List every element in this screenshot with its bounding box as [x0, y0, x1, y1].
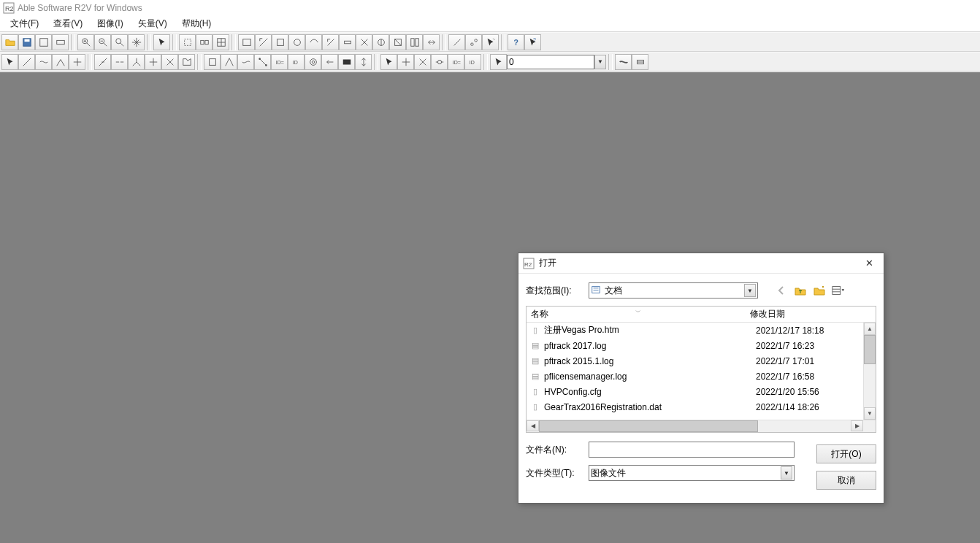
select-arrow-icon[interactable] [153, 34, 170, 50]
tool-icon[interactable] [338, 54, 355, 70]
tool-icon[interactable] [111, 54, 128, 70]
tool-icon[interactable] [161, 54, 178, 70]
tool-icon[interactable] [339, 34, 356, 50]
chevron-down-icon[interactable]: ▼ [744, 284, 756, 297]
lookin-combo[interactable]: 文档 ▼ [589, 282, 758, 299]
tool-icon[interactable] [272, 34, 288, 50]
svg-rect-58 [594, 288, 599, 288]
tool-icon[interactable] [389, 34, 406, 50]
menu-help[interactable]: 帮助(H) [175, 16, 219, 31]
menubar: 文件(F) 查看(V) 图像(I) 矢量(V) 帮助(H) [0, 16, 980, 32]
horizontal-scrollbar[interactable]: ◀ ▶ [527, 420, 876, 432]
tool-icon[interactable] [615, 54, 632, 70]
back-icon[interactable] [774, 283, 789, 298]
tool-icon[interactable] [213, 34, 229, 50]
tool-icon[interactable] [204, 54, 221, 70]
filetype-label: 文件类型(T): [526, 467, 589, 480]
pan-icon[interactable] [128, 34, 145, 50]
tool-icon[interactable] [305, 34, 322, 50]
tool-icon[interactable] [423, 34, 440, 50]
up-folder-icon[interactable] [793, 283, 808, 298]
tool-icon[interactable] [94, 54, 111, 70]
scroll-thumb[interactable] [864, 335, 876, 364]
menu-file[interactable]: 文件(F) [3, 16, 46, 31]
help-icon[interactable]: ? [508, 34, 524, 50]
open-button[interactable]: 打开(O) [816, 444, 876, 463]
column-date[interactable]: 修改日期 [746, 308, 876, 320]
tool-icon[interactable] [406, 34, 423, 50]
list-item[interactable]: ▯ GearTrax2016Registration.dat 2022/1/14… [527, 399, 876, 415]
tool-icon[interactable] [372, 34, 389, 50]
tool-icon[interactable] [196, 34, 213, 50]
tool-icon[interactable] [414, 54, 431, 70]
tool-icon[interactable] [465, 34, 482, 50]
tool-icon[interactable] [69, 54, 85, 70]
filename-input[interactable] [589, 442, 795, 458]
tool-icon[interactable] [178, 54, 195, 70]
list-item[interactable]: ▤ pftrack 2015.1.log 2022/1/7 17:01 [527, 353, 876, 369]
help-arrow-icon[interactable]: ? [524, 34, 541, 50]
zoom-out-icon[interactable] [94, 34, 111, 50]
scroll-left-icon[interactable]: ◀ [527, 420, 539, 431]
close-icon[interactable]: ✕ [859, 256, 879, 271]
tool-icon[interactable] [35, 34, 52, 50]
tool-icon[interactable] [238, 34, 255, 50]
list-item[interactable]: ▯ 注册Vegas Pro.htm 2021/12/17 18:18 [527, 323, 876, 338]
scroll-up-icon[interactable]: ▲ [864, 323, 876, 335]
tool-icon[interactable] [448, 34, 465, 50]
tool-icon[interactable] [254, 54, 271, 70]
tool-icon[interactable] [322, 34, 339, 50]
list-item[interactable]: ▯ HVPConfig.cfg 2022/1/20 15:56 [527, 384, 876, 399]
chevron-down-icon[interactable]: ▼ [781, 466, 792, 480]
tool-icon[interactable] [237, 54, 254, 70]
menu-image[interactable]: 图像(I) [90, 16, 130, 31]
tool-icon[interactable]: ID= [271, 54, 288, 70]
svg-line-28 [394, 39, 401, 45]
tool-icon[interactable] [490, 54, 507, 70]
svg-line-11 [103, 42, 106, 45]
tool-icon[interactable]: ID= [448, 54, 464, 70]
new-folder-icon[interactable] [812, 283, 827, 298]
save-icon[interactable] [18, 34, 35, 50]
scroll-right-icon[interactable]: ▶ [851, 420, 863, 431]
vertical-scrollbar[interactable]: ▲ ▼ [863, 323, 876, 420]
tool-icon[interactable] [355, 54, 372, 70]
scroll-down-icon[interactable]: ▼ [864, 407, 876, 420]
tool-icon[interactable] [397, 54, 414, 70]
tool-icon[interactable] [482, 34, 499, 50]
tool-icon[interactable]: ID [288, 54, 305, 70]
open-icon[interactable] [1, 34, 18, 50]
tool-icon[interactable] [1, 54, 18, 70]
value-input[interactable] [507, 55, 594, 69]
view-menu-icon[interactable] [831, 283, 846, 298]
filetype-combo[interactable]: 图像文件 ▼ [589, 465, 795, 481]
tool-icon[interactable] [255, 34, 272, 50]
tool-icon[interactable] [321, 54, 338, 70]
tool-icon[interactable] [35, 54, 52, 70]
tool-icon[interactable] [52, 34, 69, 50]
tool-icon[interactable] [632, 54, 648, 70]
menu-vector[interactable]: 矢量(V) [131, 16, 175, 31]
svg-rect-15 [184, 39, 191, 45]
list-item[interactable]: ▤ pftrack 2017.log 2022/1/7 16:23 [527, 338, 876, 353]
tool-icon[interactable] [128, 54, 145, 70]
menu-view[interactable]: 查看(V) [46, 16, 90, 31]
zoom-fit-icon[interactable] [111, 34, 128, 50]
tool-icon[interactable]: ID [464, 54, 481, 70]
zoom-in-icon[interactable] [77, 34, 94, 50]
tool-icon[interactable] [356, 34, 372, 50]
tool-icon[interactable] [305, 54, 321, 70]
tool-icon[interactable] [145, 54, 161, 70]
tool-icon[interactable] [221, 54, 237, 70]
cancel-button[interactable]: 取消 [816, 471, 876, 490]
tool-icon[interactable] [431, 54, 448, 70]
tool-icon[interactable] [288, 34, 305, 50]
tool-icon[interactable] [18, 54, 35, 70]
dialog-titlebar[interactable]: R2 打开 ✕ [518, 253, 884, 274]
tool-icon[interactable] [52, 54, 69, 70]
tool-icon[interactable] [380, 54, 397, 70]
tool-icon[interactable] [179, 34, 196, 50]
list-item[interactable]: ▤ pflicensemanager.log 2022/1/7 16:58 [527, 369, 876, 384]
dropdown-arrow-icon[interactable]: ▼ [594, 55, 606, 69]
scroll-thumb[interactable] [539, 420, 758, 432]
